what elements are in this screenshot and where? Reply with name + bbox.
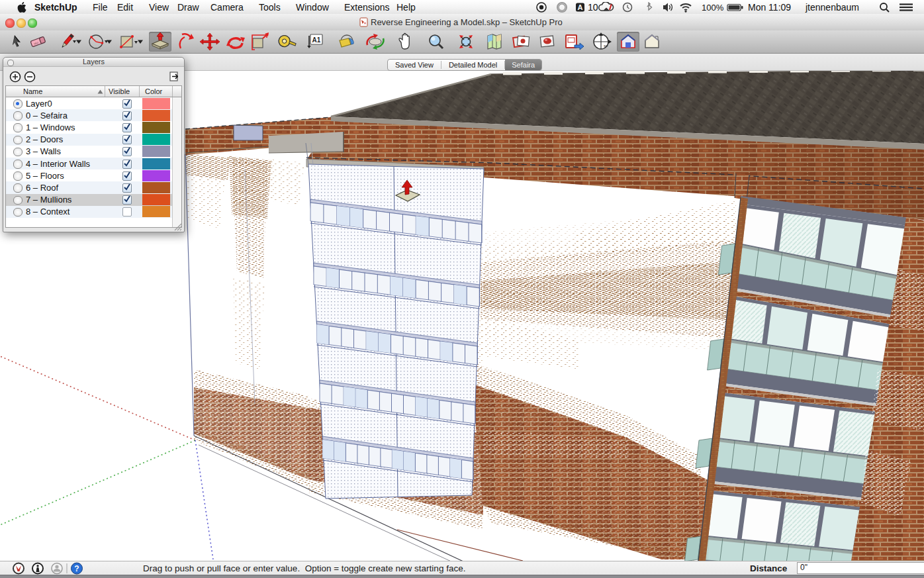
svg-text:A1: A1 (312, 36, 321, 44)
svg-text:10: 10 (588, 2, 598, 13)
svg-text:Mon 11:09: Mon 11:09 (748, 2, 791, 13)
svg-text:?: ? (74, 564, 79, 573)
svg-text:se: se (604, 44, 608, 48)
svg-text:jtennenbaum: jtennenbaum (805, 2, 859, 13)
svg-text:100%: 100% (702, 3, 724, 13)
svg-text:A: A (578, 3, 583, 11)
